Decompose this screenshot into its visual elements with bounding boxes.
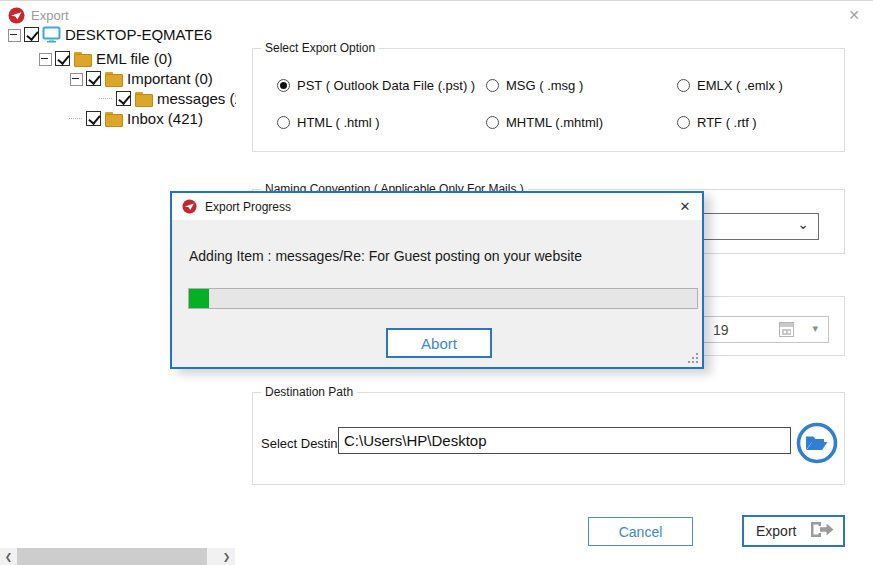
collapse-icon[interactable] xyxy=(69,72,84,85)
progress-bar xyxy=(188,288,698,309)
tree-item-inbox[interactable]: Inbox (421) xyxy=(0,108,236,128)
radio-option-html[interactable]: HTML ( .html ) xyxy=(277,114,380,130)
progress-status-text: Adding Item : messages/Re: For Guest pos… xyxy=(189,248,582,264)
chevron-down-icon: ▾ xyxy=(812,322,818,335)
scroll-left-button[interactable]: ❮ xyxy=(0,548,17,565)
tree-checkbox[interactable] xyxy=(24,27,39,42)
tree-item-messages[interactable]: messages (223 xyxy=(0,88,236,108)
close-icon[interactable]: ✕ xyxy=(668,193,702,220)
radio-option-mhtml[interactable]: MHTML (.mhtml) xyxy=(486,114,603,130)
radio-option-rtf[interactable]: RTF ( .rtf ) xyxy=(677,114,757,130)
export-arrow-icon xyxy=(809,520,835,542)
tree-item-label: Important (0) xyxy=(127,70,213,87)
calendar-icon xyxy=(779,322,794,337)
export-button[interactable]: Export xyxy=(742,515,845,547)
tree-checkbox[interactable] xyxy=(86,111,101,126)
chevron-down-icon: ⌄ xyxy=(797,216,809,232)
resize-grip[interactable] xyxy=(688,353,698,363)
radio-icon[interactable] xyxy=(277,116,290,129)
tree-checkbox[interactable] xyxy=(55,51,70,66)
progress-bar-fill xyxy=(189,289,209,308)
dialog-titlebar[interactable]: Export Progress ✕ xyxy=(172,193,702,220)
scroll-right-button[interactable]: ❯ xyxy=(218,548,235,565)
folder-icon xyxy=(73,50,92,67)
chevron-left-icon: ❮ xyxy=(5,552,13,562)
app-logo-icon xyxy=(8,7,25,24)
tree-connector xyxy=(99,92,114,105)
folder-icon xyxy=(104,110,123,127)
tree-checkbox[interactable] xyxy=(116,91,131,106)
radio-option-emlx[interactable]: EMLX ( .emlx ) xyxy=(677,77,783,93)
abort-button[interactable]: Abort xyxy=(386,328,492,358)
tree-item-label: DESKTOP-EQMATE6 xyxy=(65,26,212,43)
window-title: Export xyxy=(31,8,69,23)
cancel-button[interactable]: Cancel xyxy=(588,517,693,546)
tree-item-label: Inbox (421) xyxy=(127,110,203,127)
radio-icon[interactable] xyxy=(486,79,499,92)
tree-item-desktop[interactable]: DESKTOP-EQMATE6 xyxy=(0,23,236,46)
app-logo-icon xyxy=(182,199,197,214)
chevron-right-icon: ❯ xyxy=(223,552,231,562)
tree-item-label: EML file (0) xyxy=(96,50,172,67)
destination-path-group: Destination Path Select Destination Path xyxy=(252,392,845,485)
date-value: 19 xyxy=(713,322,729,338)
export-progress-dialog: Export Progress ✕ Adding Item : messages… xyxy=(170,191,704,369)
tree-horizontal-scrollbar: ❮ ❯ xyxy=(0,548,235,565)
tree-item-important[interactable]: Important (0) xyxy=(0,68,236,88)
tree-item-label: messages (223 xyxy=(157,90,236,107)
dialog-title: Export Progress xyxy=(205,200,291,214)
group-label: Select Export Option xyxy=(261,41,379,55)
browse-folder-button[interactable] xyxy=(795,421,839,465)
collapse-icon[interactable] xyxy=(7,28,22,41)
computer-icon xyxy=(42,26,61,43)
radio-icon[interactable] xyxy=(677,79,690,92)
export-option-group: Select Export Option PST ( Outlook Data … xyxy=(252,48,845,152)
radio-option-msg[interactable]: MSG ( .msg ) xyxy=(486,77,583,93)
scrollbar-thumb[interactable] xyxy=(17,548,207,565)
tree-checkbox[interactable] xyxy=(86,71,101,86)
scrollbar-track[interactable] xyxy=(207,548,218,565)
radio-option-pst[interactable]: PST ( Outlook Data File (.pst) ) xyxy=(277,77,475,93)
collapse-icon[interactable] xyxy=(38,52,53,65)
radio-icon[interactable] xyxy=(277,79,290,92)
close-icon[interactable]: ✕ xyxy=(842,5,866,25)
destination-path-input[interactable] xyxy=(338,427,791,454)
folder-icon xyxy=(134,90,153,107)
folder-icon xyxy=(104,70,123,87)
group-label: Destination Path xyxy=(261,385,357,399)
tree-connector xyxy=(69,112,84,125)
export-window: Export ✕ DESKTOP-EQMATE6 EML file (0) xyxy=(0,0,873,565)
tree-item-eml-file[interactable]: EML file (0) xyxy=(0,48,236,68)
radio-icon[interactable] xyxy=(677,116,690,129)
radio-icon[interactable] xyxy=(486,116,499,129)
